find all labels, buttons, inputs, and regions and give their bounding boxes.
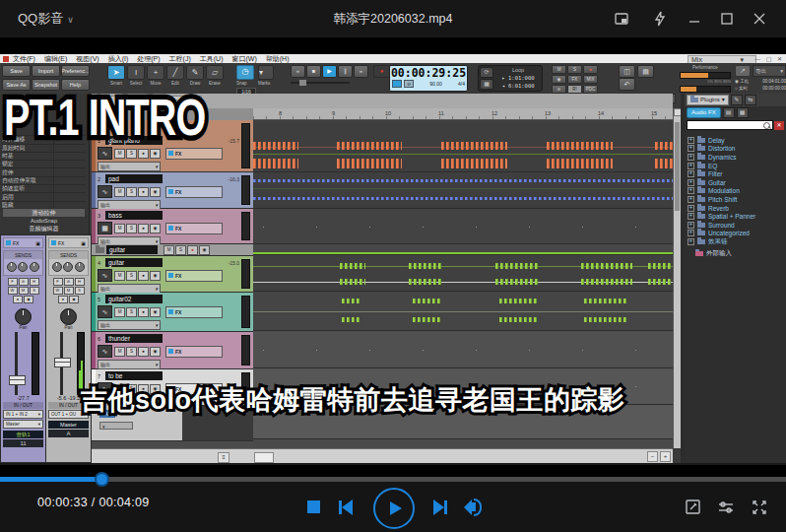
track-fx-rack[interactable]: FX [165,223,223,234]
loop-end[interactable]: ◂ 6:01:000 [494,82,542,90]
seek-handle[interactable] [97,474,107,485]
track-fx-rack[interactable]: FX [165,346,223,358]
plugin-category[interactable]: +Delay [688,136,786,145]
track-header-6[interactable]: 6thunder ∿MS●◉FX 输出▾ [92,332,253,369]
plugin-category[interactable]: +Reverb [688,204,786,213]
erase-tool[interactable]: ▱Erase [205,65,225,86]
mix-module-button[interactable]: S [567,65,582,74]
strip-mini-button[interactable]: F [8,278,18,286]
track-name[interactable]: guitar02 [105,295,163,303]
grid-icon[interactable]: ▦ [737,107,749,118]
track-state-button[interactable]: S [126,149,137,159]
folder-lane[interactable] [253,244,673,255]
plugin-category[interactable]: +Guitar [688,178,786,187]
plugins-tab[interactable]: Plugins▾ [687,95,729,105]
hscroll-thumb[interactable] [254,452,274,463]
horizontal-scrollbar[interactable]: ≡ −+ [92,448,673,463]
track-state-button[interactable]: ◉ [150,347,161,357]
clip-lane-thunder[interactable] [253,331,673,368]
strip-name[interactable]: Master [48,421,89,429]
plugin-search-input[interactable] [687,120,773,130]
undo-icon[interactable]: ↶ [619,78,635,91]
track-output-dropdown[interactable]: 输出▾ [98,360,161,369]
menu-item[interactable]: 工程(J) [169,54,191,64]
track-header-5[interactable]: 5guitar02 ∿MS●◉FX 输出▾ [92,293,253,332]
strip-mini-button[interactable]: ● [58,296,68,303]
zoom-in-icon[interactable]: + [660,451,671,462]
track-name[interactable]: pad [105,174,163,183]
send-knob[interactable] [18,262,28,272]
output-dropdown[interactable]: Master▾ [3,420,43,429]
track-name[interactable]: to be [105,371,163,380]
move-tool[interactable]: +Move [146,65,165,86]
track-state-button[interactable]: M [114,224,125,233]
pan-knob[interactable] [15,308,32,325]
track-state-button[interactable]: ◉ [150,149,161,159]
clip-lane-pad[interactable] [253,172,673,209]
settings-sliders-icon[interactable] [715,482,737,532]
strip-name[interactable]: 音轨1 [3,431,43,438]
menu-item[interactable]: 帮助(H) [266,54,290,64]
track-state-button[interactable]: ● [138,149,149,159]
strip-mini-button[interactable]: F [53,278,63,286]
plugin-category[interactable]: +Spatial + Panner [688,212,786,221]
transport-button[interactable]: « [291,65,305,78]
strip-mini-button[interactable]: ◉ [24,296,33,303]
menu-item[interactable]: 窗口(W) [231,54,256,64]
plugin-category[interactable]: +Distortion [688,145,786,154]
send-knob[interactable] [63,262,73,272]
strip-mini-button[interactable]: W [53,287,63,295]
screenshot-tool-icon[interactable] [682,482,703,532]
loop-start[interactable]: ▸ 1:01:000 [494,74,542,82]
transport-button[interactable]: » [354,65,368,78]
track-state-button[interactable]: S [126,224,137,233]
track-name[interactable]: bass [105,211,163,220]
track-state-button[interactable]: ● [138,224,149,233]
track-state-button[interactable]: M [114,149,125,159]
draw-tool[interactable]: ✎Draw [185,65,205,86]
menu-item[interactable]: 编辑(E) [44,54,67,64]
toolbar-button[interactable]: Preferenc... [61,65,90,77]
slide-stretch-button[interactable]: 滑动拉伸 [2,208,86,218]
folder-track-guitar[interactable]: guitar MS●◉ [92,244,253,256]
daw-window-buttons[interactable]: — ▢ ✕ [754,55,784,62]
track-state-button[interactable]: M [114,347,125,357]
daw-menu-items[interactable]: 文件(F)编辑(E)视图(V)插入(I)处理(P)工程(J)工具(U)窗口(W)… [13,54,297,64]
plugin-category[interactable]: +Uncategorized [688,230,786,238]
mix-module-button[interactable]: M [552,65,566,74]
plugin-category[interactable]: +Modulation [688,187,786,196]
external-insert-item[interactable]: 外部输入 [688,249,786,258]
fullscreen-icon[interactable] [749,482,770,532]
track-header-3[interactable]: 3bass ▦MS●◉FX 输出▾ [92,209,253,244]
metronome-chip[interactable]: ⊘ [404,80,414,88]
folder-name[interactable]: guitar [106,245,158,254]
boss-key-icon[interactable] [651,10,669,28]
edit-layout-icon[interactable]: ✎ [731,95,743,105]
strip-mini-button[interactable]: ⊘ [19,278,29,286]
track-output-dropdown[interactable]: 输出▾ [98,162,161,171]
track-state-button[interactable]: M [114,271,125,281]
audio-fx-filter-button[interactable]: Audio FX [687,107,721,118]
transport-button[interactable]: ● [373,65,390,78]
smart-tool[interactable]: ➤Smart [106,65,126,86]
collapse-button[interactable]: ≡ [218,452,229,463]
play-button[interactable] [373,488,415,529]
track-state-button[interactable]: S [126,307,137,317]
track-state-button[interactable]: ◉ [150,307,161,317]
menu-item[interactable]: 处理(P) [137,54,160,64]
strip-mini-button[interactable]: M [64,287,74,295]
meter-value[interactable]: 4/4 [458,81,465,87]
track-state-button[interactable]: ● [138,187,149,197]
send-knob[interactable] [52,262,62,272]
track-state-button[interactable]: M [164,245,174,255]
volume-button[interactable] [461,482,491,532]
menu-item[interactable]: 工具(U) [200,54,224,64]
audiosnap-button[interactable]: AudioSnap [2,218,86,225]
track-header-4[interactable]: 4guitar-15.0 ∿MS●◉FX 输出▾ [92,256,253,293]
clip-lane-piano[interactable] [253,120,673,172]
seek-bar[interactable] [0,477,786,482]
transport-button[interactable]: ▶ [322,65,337,78]
mix-module-button[interactable]: ◉ [552,75,566,84]
send-knob[interactable] [75,262,85,272]
volume-fader[interactable] [9,375,26,385]
